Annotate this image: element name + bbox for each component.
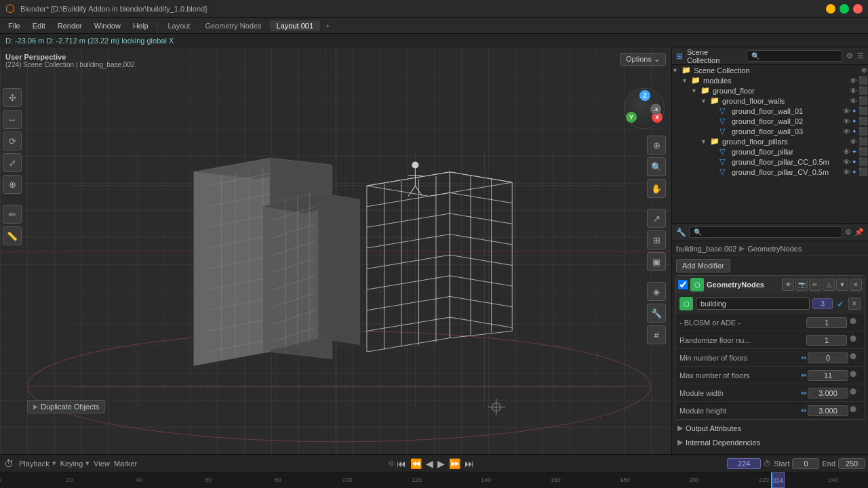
- tree-wall-01[interactable]: ▶ ▽ ground_floor_wall_01 👁 ✦ ⬛: [672, 106, 868, 116]
- tool-overlay[interactable]: ⊞: [647, 230, 666, 249]
- outliner-options-icon[interactable]: ☰: [857, 52, 864, 60]
- tab-layout[interactable]: Layout: [161, 20, 197, 31]
- modifier-apply-btn[interactable]: ▼: [836, 279, 848, 291]
- tool-render-preview[interactable]: 🔧: [647, 304, 666, 323]
- step-back-button[interactable]: ⏪: [409, 458, 423, 469]
- modifier-realtime-btn[interactable]: 👁: [782, 279, 794, 291]
- svg-line-60: [450, 255, 512, 265]
- tree-wall-02[interactable]: ▶ ▽ ground_floor_wall_02 👁 ✦ ⬛: [672, 116, 868, 126]
- add-workspace-button[interactable]: +: [321, 20, 334, 31]
- current-frame-input[interactable]: [727, 458, 761, 469]
- viewport-options-button[interactable]: Options ⌄: [620, 53, 666, 66]
- play-reverse-button[interactable]: ◀: [425, 458, 435, 469]
- end-frame-input[interactable]: [838, 458, 865, 469]
- tree-wall-03[interactable]: ▶ ▽ ground_floor_wall_03 👁 ✦ ⬛: [672, 126, 868, 136]
- internal-dependencies-header[interactable]: ▶ Internal Dependencies: [675, 436, 865, 449]
- tree-pillar-cv[interactable]: ▶ ▽ ground_floor_pillar_CV_0.5m 👁 ✦ ⬛: [672, 167, 868, 177]
- tree-ground-floor-pillars[interactable]: ▼ 📁 ground_floor_pillars 👁 ⬛: [672, 136, 868, 146]
- jump-end-button[interactable]: ⏭: [463, 458, 475, 469]
- view-label[interactable]: View: [94, 460, 110, 468]
- start-frame-input[interactable]: [792, 458, 819, 469]
- tool-rotate[interactable]: ⟳: [3, 131, 22, 150]
- input-maxf-value[interactable]: 11: [808, 370, 848, 381]
- tree-pillar[interactable]: ▶ ▽ ground_floor_pillar 👁 ✦ ⬛: [672, 146, 868, 157]
- play-button[interactable]: ▶: [436, 458, 446, 469]
- outliner-search-input[interactable]: [747, 50, 842, 62]
- duplicate-objects-button[interactable]: Duplicate Objects: [27, 400, 105, 413]
- tool-shading[interactable]: ▣: [647, 252, 666, 271]
- input-minf-value[interactable]: 0: [808, 352, 848, 363]
- tool-cursor[interactable]: ✣: [3, 88, 22, 107]
- tool-pan[interactable]: ✋: [647, 179, 666, 198]
- keying-dropdown-icon[interactable]: ▾: [85, 459, 90, 468]
- tool-view-align[interactable]: ↗: [647, 209, 666, 228]
- input-mw-value[interactable]: 3.000: [808, 388, 848, 399]
- playback-dropdown-icon[interactable]: ▾: [52, 459, 56, 468]
- input-rand-arrow[interactable]: ⬤: [850, 335, 861, 346]
- menu-window[interactable]: Window: [89, 20, 126, 31]
- current-frame-tick-label: 224: [773, 477, 783, 484]
- modifier-cage-btn[interactable]: △: [823, 279, 835, 291]
- geonode-check-icon: ✓: [837, 299, 844, 309]
- tool-scale[interactable]: ⤢: [3, 153, 22, 172]
- input-mw-arrow[interactable]: ⬤: [850, 388, 861, 399]
- jump-start-button[interactable]: ⏮: [395, 458, 408, 469]
- tab-layout-001[interactable]: Layout.001: [270, 20, 320, 31]
- input-mh-value[interactable]: 3.000: [808, 405, 848, 416]
- tool-transform[interactable]: ⊕: [3, 175, 22, 194]
- tool-viewport-shading[interactable]: ◈: [647, 282, 666, 301]
- timeline-type-button[interactable]: ⏱: [3, 458, 15, 469]
- tool-hdri[interactable]: #: [647, 325, 666, 344]
- tree-modules[interactable]: ▼ 📁 modules 👁 ⬛: [672, 75, 868, 85]
- input-rand-label: Randomize floor nu...: [679, 336, 804, 344]
- geonode-name-input[interactable]: [696, 298, 810, 310]
- tree-ground-floor-walls[interactable]: ▼ 📁 ground_floor_walls 👁 ⬛: [672, 96, 868, 106]
- modifier-edit-btn[interactable]: ✏: [809, 279, 821, 291]
- marker-label[interactable]: Marker: [114, 460, 137, 468]
- menu-render[interactable]: Render: [52, 20, 87, 31]
- tree-pillar-cc[interactable]: ▶ ▽ ground_floor_pillar_CC_0.5m 👁 ✦ ⬛: [672, 157, 868, 167]
- close-button[interactable]: [853, 4, 863, 14]
- input-minf-label: Min number of floors: [679, 354, 798, 362]
- tab-geometry-nodes[interactable]: Geometry Nodes: [198, 20, 268, 31]
- input-maxf-arrow[interactable]: ⬤: [850, 370, 861, 381]
- properties-search-input[interactable]: [689, 226, 842, 238]
- tool-annotate[interactable]: ✏: [3, 205, 22, 224]
- input-rand-value[interactable]: 1: [806, 335, 847, 346]
- input-mh-arrow[interactable]: ⬤: [850, 405, 861, 416]
- tree-scene-collection[interactable]: ▼ 📁 Scene Collection 👁: [672, 65, 868, 75]
- modifier-close-btn[interactable]: ✕: [850, 279, 862, 291]
- step-forward-button[interactable]: ⏩: [448, 458, 462, 469]
- menu-file[interactable]: File: [3, 20, 26, 31]
- svg-line-51: [367, 296, 450, 310]
- tool-move[interactable]: ↔: [3, 110, 22, 129]
- playback-label[interactable]: Playback: [19, 460, 50, 468]
- input-blosm-arrow[interactable]: ⬤: [850, 317, 861, 328]
- minimize-button[interactable]: [826, 4, 835, 14]
- modifier-render-btn[interactable]: 📷: [795, 279, 808, 291]
- modifier-enable-checkbox[interactable]: [678, 280, 688, 289]
- properties-pin-icon[interactable]: 📌: [854, 228, 864, 237]
- outliner-title: Scene Collection: [687, 48, 743, 64]
- maximize-button[interactable]: [840, 4, 849, 14]
- geonode-close-btn[interactable]: ✕: [848, 298, 861, 310]
- viewport-3d[interactable]: User Perspective (224) Scene Collection …: [0, 47, 671, 454]
- menu-help[interactable]: Help: [127, 20, 154, 31]
- add-modifier-button[interactable]: Add Modifier: [676, 259, 730, 272]
- tool-measure[interactable]: 📏: [3, 226, 22, 245]
- input-blosm-value[interactable]: 1: [806, 317, 847, 328]
- keying-label[interactable]: Keying: [60, 460, 83, 468]
- gizmo-sphere[interactable]: Z X Y -X: [624, 88, 665, 129]
- tool-view-search[interactable]: 🔍: [647, 157, 666, 176]
- keying-dot[interactable]: ⊙: [389, 460, 394, 467]
- menu-edit[interactable]: Edit: [27, 20, 51, 31]
- outliner-filter-icon[interactable]: ⚙: [846, 52, 853, 60]
- building-2: [263, 192, 360, 352]
- tool-zoom-region[interactable]: ⊕: [647, 136, 666, 155]
- timeline-bar[interactable]: 0 20 40 60 80 100 120 140 160 180 200 22…: [0, 472, 868, 488]
- tick-20: 20: [66, 476, 73, 483]
- input-minf-arrow[interactable]: ⬤: [850, 352, 861, 363]
- properties-filter-icon[interactable]: ⚙: [845, 228, 852, 237]
- tree-ground-floor[interactable]: ▼ 📁 ground_floor 👁 ⬛: [672, 85, 868, 96]
- output-attributes-header[interactable]: ▶ Output Attributes: [675, 422, 865, 434]
